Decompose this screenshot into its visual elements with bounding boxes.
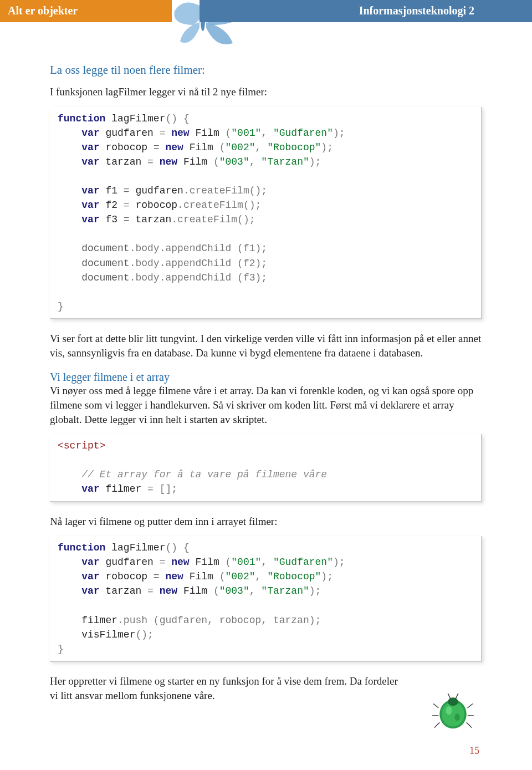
section1-heading: La oss legge til noen flere filmer: [50, 63, 482, 77]
page-header: Alt er objekter Informasjonsteknologi 2 [0, 0, 532, 30]
paragraph-2: Nå lager vi filmene og putter dem inn i … [50, 514, 482, 529]
svg-line-11 [467, 722, 472, 727]
paragraph-1: Vi ser fort at dette blir litt tungvint.… [50, 332, 482, 360]
code-block-3: function lagFilmer() { var gudfaren = ne… [50, 536, 482, 662]
section2-body: Vi nøyer oss med å legge filmene våre i … [50, 384, 482, 426]
paragraph-3: Her oppretter vi filmene og starter en n… [50, 674, 405, 702]
section2-heading: Vi legger filmene i et array [50, 371, 482, 384]
svg-point-3 [446, 706, 452, 715]
page-number: 15 [469, 745, 479, 757]
header-right-title: Informasjonsteknologi 2 [272, 0, 482, 22]
section1-intro: I funksjonen lagFilmer legger vi nå til … [50, 85, 482, 99]
svg-point-4 [454, 713, 459, 721]
svg-line-8 [434, 722, 439, 727]
page-content: La oss legge til noen flere filmer: I fu… [0, 30, 532, 702]
code-block-2: <script> // Et array for å ta vare på fi… [50, 434, 482, 502]
header-left-title: Alt er objekter [0, 0, 172, 22]
code-block-1: function lagFilmer() { var gudfaren = ne… [50, 107, 482, 319]
svg-line-6 [433, 704, 438, 708]
svg-line-9 [468, 704, 473, 708]
